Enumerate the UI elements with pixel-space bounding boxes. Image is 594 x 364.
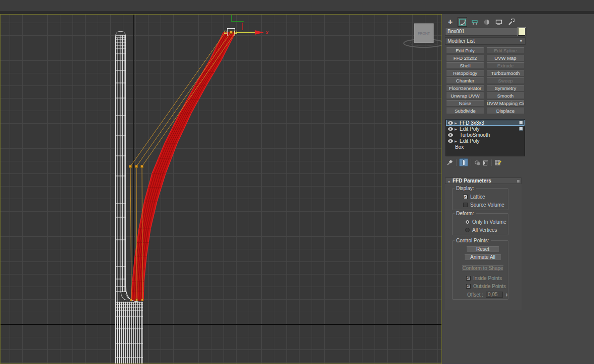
- rollout-drag-dot: [517, 180, 519, 183]
- hierarchy-tab[interactable]: [470, 18, 479, 26]
- offset-spinner-row: Offset : 0,05 ▲▼: [467, 292, 508, 298]
- floorgenerator-button[interactable]: FloorGenerator: [446, 85, 484, 92]
- shell-button[interactable]: Shell: [446, 62, 484, 69]
- control-point[interactable]: [141, 299, 143, 301]
- outside-points-label: Outside Points: [473, 284, 506, 289]
- uvw-map-button[interactable]: UVW Map: [486, 55, 525, 61]
- control-point[interactable]: [141, 165, 143, 168]
- all-vertices-label: All Vertices: [472, 227, 497, 233]
- uvw-mapping-clear-button[interactable]: UVW Mapping Clear: [486, 100, 525, 107]
- visibility-eye-icon[interactable]: [448, 139, 453, 143]
- lattice-checkbox-row[interactable]: Lattice: [463, 194, 485, 200]
- modify-tab[interactable]: [458, 18, 467, 26]
- all-vertices-radio-row[interactable]: All Vertices: [465, 227, 497, 233]
- expand-arrow-icon[interactable]: ▶: [455, 139, 459, 143]
- only-in-volume-label: Only In Volume: [472, 219, 506, 225]
- modifier-enable-toggle[interactable]: [519, 121, 523, 125]
- stack-toolbar: [446, 158, 502, 166]
- control-point[interactable]: [136, 299, 138, 301]
- unwrap-uvw-button[interactable]: Unwrap UVW: [446, 93, 484, 99]
- deform-group-label: Deform:: [455, 211, 476, 216]
- pin-stack-icon[interactable]: [446, 159, 454, 166]
- control-point[interactable]: [135, 165, 138, 168]
- only-in-volume-radio-row[interactable]: Only In Volume: [465, 219, 506, 225]
- display-tab[interactable]: [494, 18, 503, 26]
- subdivide-button[interactable]: Subdivide: [446, 108, 484, 114]
- remove-modifier-trash-icon[interactable]: [481, 159, 489, 166]
- create-tab[interactable]: +: [446, 18, 455, 26]
- source-volume-label: Source Volume: [470, 202, 504, 208]
- chamfer-button[interactable]: Chamfer: [446, 77, 484, 84]
- inside-points-label: Inside Points: [473, 276, 502, 281]
- viewcube-face-label: FRONT: [418, 32, 430, 35]
- visibility-eye-icon[interactable]: [448, 121, 453, 125]
- selected-red-arm-mesh[interactable]: [131, 32, 236, 301]
- stack-row-edit-poly-bottom[interactable]: ▶ Edit Poly: [446, 138, 525, 144]
- source-volume-checkbox-row[interactable]: Source Volume: [463, 202, 504, 208]
- lattice-label: Lattice: [470, 194, 485, 200]
- object-color-swatch[interactable]: [518, 28, 526, 36]
- stack-row-box-base[interactable]: Box: [446, 144, 525, 150]
- motion-tab[interactable]: [482, 18, 491, 26]
- main-toolbar-strip: [0, 0, 594, 11]
- gizmo-x-arrowhead[interactable]: [255, 30, 264, 35]
- extrude-button: Extrude: [486, 62, 525, 69]
- white-wireframe-pole[interactable]: [116, 32, 143, 364]
- lattice-checkbox[interactable]: [463, 195, 468, 199]
- control-point[interactable]: [130, 299, 132, 301]
- stack-row-ffd-3x3x3[interactable]: ▶ FFD 3x3x3: [446, 120, 525, 126]
- modifier-stack: ▶ FFD 3x3x3 ▶ Edit Poly TurboSmooth ▶ Ed…: [445, 119, 525, 156]
- visibility-eye-icon[interactable]: [448, 127, 453, 131]
- control-points-group-label: Control Points:: [455, 238, 491, 243]
- ffd-parameters-rollout: Display: Lattice Source Volume Deform: O…: [445, 184, 522, 310]
- expand-arrow-icon[interactable]: ▶: [455, 121, 459, 125]
- make-unique-icon[interactable]: [474, 159, 481, 166]
- noise-button[interactable]: Noise: [446, 100, 484, 107]
- motion-icon: [483, 19, 490, 26]
- reset-button[interactable]: Reset: [466, 246, 499, 252]
- modifier-button-grid: Edit Poly Edit Spline FFD 2x2x2 UVW Map …: [446, 47, 525, 114]
- source-volume-checkbox[interactable]: [463, 203, 468, 207]
- all-vertices-radio[interactable]: [465, 228, 470, 232]
- expand-arrow-icon[interactable]: ▶: [455, 127, 459, 131]
- symmetry-button[interactable]: Symmetry: [486, 85, 525, 92]
- offset-label: Offset :: [467, 292, 483, 298]
- inside-points-checkbox: [466, 276, 471, 281]
- ffd-parameters-rollout-header[interactable]: ▼ FFD Parameters: [445, 177, 522, 184]
- only-in-volume-radio[interactable]: [465, 220, 470, 224]
- viewport-canvas[interactable]: x FRONT: [1, 15, 441, 363]
- turbosmooth-button[interactable]: TurboSmooth: [486, 70, 525, 76]
- stack-row-edit-poly-top[interactable]: ▶ Edit Poly: [446, 126, 525, 132]
- control-point[interactable]: [129, 165, 132, 168]
- visibility-eye-icon[interactable]: [448, 133, 453, 137]
- move-gizmo[interactable]: x: [232, 15, 269, 35]
- rollout-title: FFD Parameters: [453, 178, 491, 184]
- modifier-enable-toggle[interactable]: [519, 127, 523, 131]
- axis-x-label: x: [265, 30, 269, 35]
- ffd-2x2x2-button[interactable]: FFD 2x2x2: [446, 55, 484, 61]
- front-viewport[interactable]: x FRONT: [0, 14, 442, 364]
- show-end-result-button[interactable]: [459, 158, 468, 166]
- animate-all-button[interactable]: Animate All: [464, 254, 501, 260]
- selected-control-point[interactable]: [230, 31, 233, 34]
- displace-button[interactable]: Displace: [486, 108, 525, 114]
- utilities-tab[interactable]: [506, 18, 515, 26]
- modifier-name: Edit Poly: [459, 126, 479, 132]
- conform-to-shape-button: Conform to Shape: [462, 265, 504, 271]
- command-panel: +: [442, 14, 594, 364]
- modifier-name: FFD 3x3x3: [459, 120, 484, 126]
- configure-modifier-sets-icon[interactable]: [494, 159, 502, 166]
- viewcube[interactable]: FRONT: [404, 24, 441, 47]
- modifier-list-label: Modifier List: [448, 38, 475, 44]
- stack-row-turbosmooth[interactable]: TurboSmooth: [446, 132, 525, 138]
- modify-icon: [459, 19, 466, 26]
- chevron-down-icon: ▼: [519, 38, 523, 44]
- object-name-field[interactable]: Box001: [445, 28, 517, 36]
- modifier-name: TurboSmooth: [459, 132, 490, 138]
- retopology-button[interactable]: Retopology: [446, 70, 484, 76]
- smooth-button[interactable]: Smooth: [486, 93, 525, 99]
- modifier-list-dropdown[interactable]: Modifier List ▼: [445, 37, 526, 45]
- display-icon: [495, 19, 502, 26]
- outside-points-checkbox: [466, 284, 471, 289]
- edit-poly-button[interactable]: Edit Poly: [446, 47, 484, 54]
